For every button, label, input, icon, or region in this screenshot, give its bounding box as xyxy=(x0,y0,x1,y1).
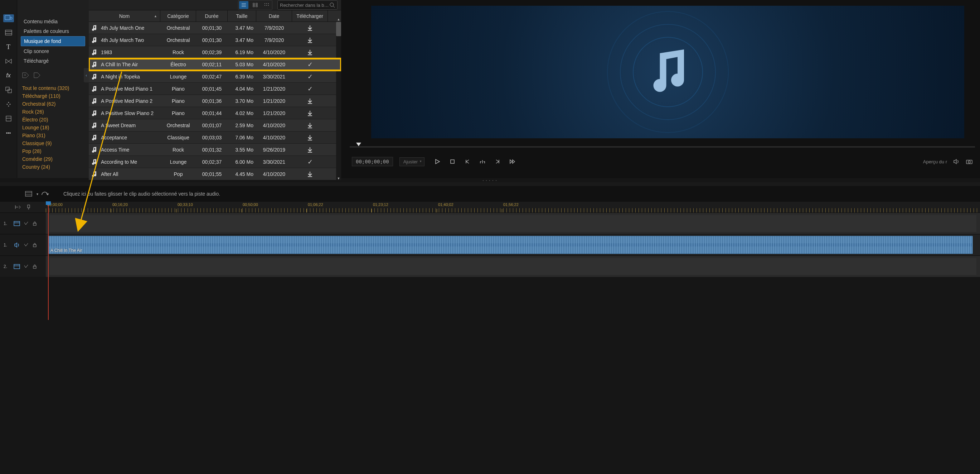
track-visibility-toggle[interactable] xyxy=(24,243,29,247)
sidebar-item[interactable]: Musique de fond xyxy=(21,36,85,46)
track-download[interactable] xyxy=(292,61,328,69)
filter-item[interactable]: Lounge (18) xyxy=(22,124,84,131)
sidebar-item[interactable]: Téléchargé xyxy=(21,56,85,65)
filter-item[interactable]: Orchestral (62) xyxy=(22,101,84,107)
svg-rect-0 xyxy=(5,15,10,20)
col-size[interactable]: Taille xyxy=(228,10,256,21)
grid-view-button[interactable] xyxy=(251,1,260,9)
snapshot-icon[interactable] xyxy=(966,159,973,164)
filter-item[interactable]: Rock (26) xyxy=(22,109,84,115)
small-grid-button[interactable] xyxy=(262,1,271,9)
table-row[interactable]: According to MeLounge00;02;376.00 Mo3/30… xyxy=(89,156,341,168)
timecode-display[interactable]: 00;00;00;00 xyxy=(352,157,393,166)
table-row[interactable]: Access TimeRock00;01;323.55 Mo9/26/2019 xyxy=(89,144,341,156)
dropdown-caret-icon[interactable]: ▾ xyxy=(37,192,38,196)
overlay-icon[interactable] xyxy=(3,86,14,94)
table-row[interactable]: 1983Rock00;02;396.19 Mo4/10/2020 xyxy=(89,46,341,58)
marker-tool-icon[interactable] xyxy=(25,204,32,210)
table-row[interactable]: After AllPop00;01;554.45 Mo4/10/2020 xyxy=(89,168,341,180)
table-row[interactable]: A Positive Slow Piano 2Piano00;01;444.02… xyxy=(89,107,341,119)
col-duration[interactable]: Durée xyxy=(196,10,228,21)
tag-add-icon[interactable]: + xyxy=(21,72,29,80)
film-icon[interactable] xyxy=(3,29,14,37)
scroll-up-icon[interactable]: ▲ xyxy=(336,17,341,22)
track-download[interactable] xyxy=(292,97,328,105)
col-name[interactable]: Nom xyxy=(89,10,160,21)
filter-item[interactable]: Country (24) xyxy=(22,164,84,170)
scrub-marker-icon[interactable] xyxy=(356,143,361,146)
track-visibility-toggle[interactable] xyxy=(24,264,29,269)
filter-item[interactable]: Piano (31) xyxy=(22,132,84,138)
track-download[interactable] xyxy=(292,24,328,32)
next-frame-button[interactable] xyxy=(493,157,502,166)
list-view-button[interactable] xyxy=(239,1,248,9)
track-download[interactable] xyxy=(292,122,328,129)
playhead[interactable] xyxy=(48,202,49,320)
track-download[interactable] xyxy=(292,49,328,56)
table-scrollbar[interactable]: ▲ ▼ xyxy=(336,22,341,180)
filter-item[interactable]: Pop (28) xyxy=(22,148,84,154)
track-lock-toggle[interactable] xyxy=(32,221,37,226)
timeline-tool-icon[interactable] xyxy=(25,190,34,198)
volume-icon[interactable] xyxy=(953,158,960,165)
audio-clip[interactable]: A Chill In The Air xyxy=(48,236,973,254)
preview-scrubber[interactable] xyxy=(350,142,975,150)
track-download[interactable] xyxy=(292,158,328,166)
library-search[interactable]: Rechercher dans la bibli… xyxy=(277,0,337,10)
time-ruler[interactable]: 00;00;0000;16;2000;33;1000;50;0001;06;22… xyxy=(46,202,980,212)
table-row[interactable]: AcceptanceClassique00;03;037.06 Mo4/10/2… xyxy=(89,131,341,144)
table-row[interactable]: 4th July March OneOrchestral00;01;303.47… xyxy=(89,22,341,34)
media-room-icon[interactable] xyxy=(3,14,14,22)
track-download[interactable] xyxy=(292,85,328,93)
fit-dropdown[interactable]: Ajuster xyxy=(399,157,425,166)
col-category[interactable]: Catégorie xyxy=(160,10,196,21)
more-icon[interactable]: ••• xyxy=(3,129,14,137)
table-row[interactable]: A Positive Med Piano 2Piano00;01;363.70 … xyxy=(89,95,341,107)
filter-item[interactable]: Classique (9) xyxy=(22,140,84,146)
prev-frame-button[interactable] xyxy=(463,157,472,166)
particle-icon[interactable] xyxy=(3,100,14,108)
text-icon[interactable]: T xyxy=(3,43,14,51)
snap-icon[interactable] xyxy=(14,204,22,210)
table-row[interactable]: A Night in TopekaLounge00;02;476.39 Mo3/… xyxy=(89,70,341,83)
track-visibility-toggle[interactable] xyxy=(24,221,29,226)
preview-quality-label[interactable]: Aperçu du r xyxy=(923,159,947,164)
col-download[interactable]: Télécharger xyxy=(292,10,328,21)
timeline-drop-strip[interactable]: ▾ Cliquez ici ou faites glisser le clip … xyxy=(0,186,980,202)
table-row[interactable]: A Sweet DreamOrchestral00;01;072.59 Mo4/… xyxy=(89,119,341,131)
table-row[interactable]: 4th July March TwoOrchestral00;01;303.47… xyxy=(89,34,341,46)
scroll-down-icon[interactable]: ▼ xyxy=(336,176,341,181)
track-body[interactable] xyxy=(46,256,980,277)
track-download[interactable] xyxy=(292,73,328,81)
col-date[interactable]: Date xyxy=(256,10,292,21)
scroll-thumb[interactable] xyxy=(336,22,341,36)
fast-forward-button[interactable] xyxy=(508,157,517,166)
track-download[interactable] xyxy=(292,171,328,178)
track-download[interactable] xyxy=(292,37,328,44)
filter-item[interactable]: Électro (20) xyxy=(22,117,84,123)
filter-item[interactable]: Tout le contenu (320) xyxy=(22,85,84,91)
sidebar-item[interactable]: Palettes de couleurs xyxy=(21,27,85,36)
track-download[interactable] xyxy=(292,134,328,141)
transition-icon[interactable] xyxy=(3,57,14,65)
play-button[interactable] xyxy=(433,157,442,166)
tag-icon[interactable] xyxy=(33,72,41,80)
template-icon[interactable] xyxy=(3,115,14,123)
collapse-sidebar-button[interactable]: ‹ xyxy=(84,68,89,82)
track-body[interactable] xyxy=(46,213,980,234)
undo-arrow-icon[interactable] xyxy=(40,191,49,197)
track-lock-toggle[interactable] xyxy=(32,243,37,247)
filter-item[interactable]: Téléchargé (110) xyxy=(22,93,84,99)
stop-button[interactable] xyxy=(448,157,457,166)
table-row[interactable]: A Chill In The AirÉlectro00;02;115.03 Mo… xyxy=(89,58,341,70)
table-row[interactable]: A Positive Med Piano 1Piano00;01;454.04 … xyxy=(89,83,341,95)
sidebar-item[interactable]: Contenu média xyxy=(21,17,85,26)
track-download[interactable] xyxy=(292,146,328,153)
marker-button[interactable] xyxy=(478,157,487,166)
filter-item[interactable]: Comédie (29) xyxy=(22,156,84,162)
track-download[interactable] xyxy=(292,110,328,117)
track-lock-toggle[interactable] xyxy=(32,264,37,269)
sidebar-item[interactable]: Clip sonore xyxy=(21,46,85,56)
track-body[interactable]: A Chill In The Air xyxy=(46,234,980,255)
fx-icon[interactable]: fx xyxy=(3,72,14,80)
